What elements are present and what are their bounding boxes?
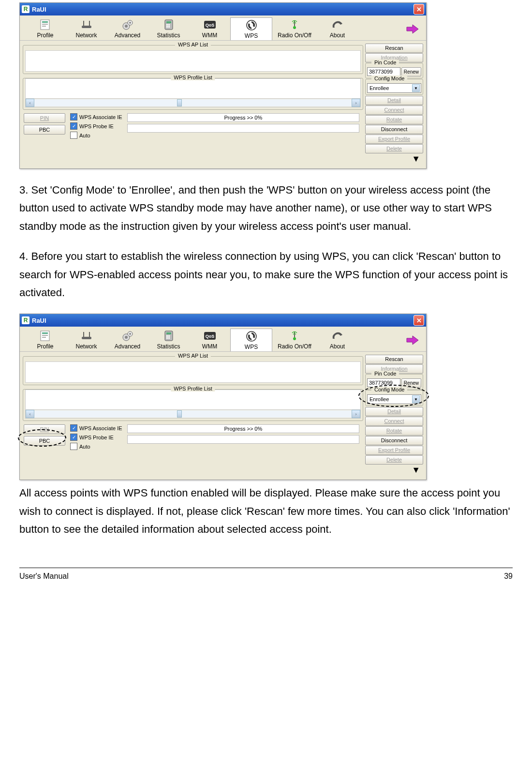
disconnect-button[interactable]: Disconnect — [365, 125, 423, 134]
scroll-left-icon[interactable]: ‹ — [26, 410, 34, 418]
scroll-right-icon[interactable]: › — [352, 99, 360, 107]
tab-network[interactable]: Network — [66, 17, 107, 40]
svg-point-30 — [125, 336, 128, 339]
config-mode-group: Config Mode Enrollee ▼ — [365, 79, 423, 95]
horizontal-scrollbar[interactable]: ‹ › — [25, 98, 361, 107]
wps-profile-list-label: WPS Profile List — [171, 75, 215, 80]
wps-ap-list[interactable] — [25, 361, 361, 383]
wps-associate-label: WPS Associate IE — [79, 114, 122, 120]
detail-button[interactable]: Detail — [365, 96, 423, 105]
tab-wps[interactable]: WPS — [230, 17, 272, 40]
tab-wps[interactable]: WPS — [230, 329, 272, 351]
svg-text:QoS: QoS — [205, 23, 214, 28]
tab-profile[interactable]: Profile — [25, 329, 66, 351]
scroll-right-icon[interactable]: › — [352, 410, 360, 418]
svg-point-8 — [125, 25, 128, 28]
progress-text: Progress >> 0% — [127, 113, 359, 122]
svg-rect-12 — [166, 21, 171, 23]
wps-profile-list[interactable] — [25, 390, 361, 409]
tab-wmm[interactable]: QoS WMM — [189, 17, 230, 40]
svg-rect-23 — [42, 332, 48, 334]
app-title: RaUI — [32, 6, 46, 13]
tab-network[interactable]: Network — [66, 329, 107, 351]
auto-checkbox[interactable] — [70, 443, 77, 450]
tab-statistics[interactable]: Statistics — [148, 17, 189, 40]
wps-associate-checkbox[interactable]: ✓ — [70, 113, 77, 120]
raui-window-2: R RaUI ✕ Profile Network — [19, 314, 427, 480]
auto-checkbox[interactable] — [70, 132, 77, 139]
pin-code-label: Pin Code — [371, 60, 399, 65]
scroll-left-icon[interactable]: ‹ — [26, 99, 34, 107]
collapse-icon[interactable]: ▼ — [365, 465, 423, 477]
config-mode-label: Config Mode — [371, 75, 407, 81]
delete-button[interactable]: Delete — [365, 455, 423, 465]
connect-button[interactable]: Connect — [365, 105, 423, 115]
profile-icon — [38, 330, 53, 342]
svg-rect-24 — [42, 335, 48, 336]
wps-probe-label: WPS Probe IE — [79, 435, 114, 440]
wps-probe-checkbox[interactable]: ✓ — [70, 122, 77, 130]
svg-rect-36 — [168, 335, 170, 337]
forward-arrow-icon[interactable] — [406, 23, 419, 35]
tab-about[interactable]: About — [317, 17, 358, 40]
tab-advanced[interactable]: Advanced — [107, 329, 148, 351]
export-profile-button[interactable]: Export Profile — [365, 446, 423, 455]
config-mode-select[interactable]: Enrollee ▼ — [367, 83, 421, 93]
paragraph-3: 3. Set 'Config Mode' to 'Enrollee', and … — [19, 181, 513, 235]
wps-associate-checkbox[interactable]: ✓ — [70, 424, 77, 432]
auto-label: Auto — [79, 444, 90, 450]
pin-code-input[interactable]: 38773099 — [367, 67, 400, 76]
pin-button[interactable]: PIN — [24, 424, 65, 434]
tab-profile[interactable]: Profile — [25, 17, 66, 40]
config-mode-select[interactable]: Enrollee ▼ — [367, 394, 421, 404]
tab-statistics[interactable]: Statistics — [148, 329, 189, 351]
footer-separator — [19, 568, 513, 568]
forward-arrow-icon[interactable] — [406, 334, 419, 346]
close-icon[interactable]: ✕ — [414, 4, 424, 15]
wps-ap-list-label: WPS AP List — [175, 353, 211, 359]
wps-profile-list-label: WPS Profile List — [171, 386, 215, 391]
tab-radio[interactable]: Radio On/Off — [272, 17, 317, 40]
tab-wmm[interactable]: QoS WMM — [189, 329, 230, 351]
chevron-down-icon: ▼ — [412, 84, 420, 92]
titlebar: R RaUI ✕ — [20, 3, 426, 15]
collapse-icon[interactable]: ▼ — [365, 154, 423, 165]
svg-rect-34 — [166, 332, 171, 334]
wps-profile-list[interactable] — [25, 78, 361, 98]
radio-icon — [287, 18, 302, 31]
rescan-button[interactable]: Rescan — [365, 355, 423, 364]
progress-bar — [127, 124, 359, 133]
pbc-button[interactable]: PBC — [24, 436, 65, 446]
tab-radio[interactable]: Radio On/Off — [272, 329, 317, 351]
rotate-button[interactable]: Rotate — [365, 115, 423, 124]
tab-about[interactable]: About — [317, 329, 358, 351]
advanced-icon — [120, 18, 135, 31]
pin-code-label: Pin Code — [371, 371, 399, 376]
app-title: RaUI — [32, 317, 46, 324]
svg-rect-13 — [166, 24, 168, 26]
horizontal-scrollbar[interactable]: ‹ › — [25, 409, 361, 419]
advanced-icon — [120, 330, 135, 342]
svg-point-32 — [129, 333, 131, 335]
pbc-button[interactable]: PBC — [24, 125, 65, 135]
connect-button[interactable]: Connect — [365, 417, 423, 426]
rescan-button[interactable]: Rescan — [365, 44, 423, 53]
tab-advanced[interactable]: Advanced — [107, 17, 148, 40]
disconnect-button[interactable]: Disconnect — [365, 436, 423, 445]
wps-probe-checkbox[interactable]: ✓ — [70, 434, 77, 441]
wps-ap-list[interactable] — [25, 50, 361, 72]
pin-button[interactable]: PIN — [24, 113, 65, 123]
rotate-button[interactable]: Rotate — [365, 426, 423, 436]
statistics-icon — [161, 330, 177, 342]
delete-button[interactable]: Delete — [365, 144, 423, 153]
wps-ap-list-group: WPS AP List — [23, 45, 363, 74]
svg-rect-2 — [42, 24, 48, 25]
detail-button[interactable]: Detail — [365, 407, 423, 416]
export-profile-button[interactable]: Export Profile — [365, 135, 423, 144]
pin-code-input[interactable]: 38773099 — [367, 378, 400, 387]
auto-label: Auto — [79, 133, 90, 138]
wps-profile-list-group: WPS Profile List ‹ › — [23, 389, 363, 421]
close-icon[interactable]: ✕ — [414, 315, 424, 326]
raui-window-1: R RaUI ✕ Profile Network — [19, 2, 427, 169]
paragraph-4: 4. Before you start to establish the wir… — [19, 247, 513, 301]
